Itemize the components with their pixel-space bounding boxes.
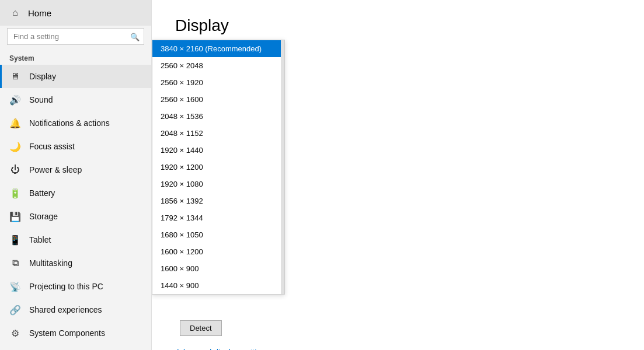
components-icon: ⚙ xyxy=(9,327,21,339)
nav-item-label: Projecting to this PC xyxy=(29,282,103,291)
dropdown-scrollbar[interactable] xyxy=(281,40,284,294)
dropdown-option-2560x1600[interactable]: 2560 × 1600 xyxy=(152,91,284,108)
dropdown-option-1680x1050[interactable]: 1680 × 1050 xyxy=(152,226,284,243)
nav-item-label: Notifications & actions xyxy=(29,118,110,128)
nav-item-display[interactable]: 🖥 Display xyxy=(0,65,151,88)
detect-button[interactable]: Detect xyxy=(180,320,222,336)
nav-item-label: Focus assist xyxy=(29,142,75,151)
dropdown-option-1600x900[interactable]: 1600 × 900 xyxy=(152,260,284,277)
search-icon: 🔍 xyxy=(130,32,140,41)
focus-icon: 🌙 xyxy=(9,141,21,152)
nav-item-tablet[interactable]: 📱 Tablet xyxy=(0,228,151,251)
link-advanced[interactable]: Advanced display settings xyxy=(175,348,621,350)
page-title: Display xyxy=(175,16,621,35)
nav-item-label: Tablet xyxy=(29,235,51,244)
nav-item-components[interactable]: ⚙ System Components xyxy=(0,321,151,345)
multitasking-icon: ⧉ xyxy=(9,257,21,269)
shared-icon: 🔗 xyxy=(9,304,21,316)
nav-item-battery[interactable]: 🔋 Battery xyxy=(0,181,151,205)
display-icon: 🖥 xyxy=(9,71,21,82)
nav-item-shared[interactable]: 🔗 Shared experiences xyxy=(0,298,151,321)
resolution-dropdown: 3840 × 2160 (Recommended)2560 × 20482560… xyxy=(152,40,285,295)
dropdown-option-1920x1200[interactable]: 1920 × 1200 xyxy=(152,159,284,176)
system-label: System xyxy=(0,50,151,65)
nav-item-label: Multitasking xyxy=(29,258,72,268)
nav-item-label: Display xyxy=(29,72,56,81)
nav-item-notifications[interactable]: 🔔 Notifications & actions xyxy=(0,111,151,135)
dropdown-option-3840x2160[interactable]: 3840 × 2160 (Recommended) xyxy=(152,40,284,57)
tablet-icon: 📱 xyxy=(9,234,21,246)
dropdown-option-2560x2048[interactable]: 2560 × 2048 xyxy=(152,57,284,74)
sound-icon: 🔊 xyxy=(9,94,21,106)
home-button[interactable]: ⌂ Home xyxy=(0,0,151,26)
dropdown-option-1600x1200[interactable]: 1600 × 1200 xyxy=(152,243,284,260)
nav-item-label: Shared experiences xyxy=(29,305,102,314)
nav-item-power-sleep[interactable]: ⏻ Power & sleep xyxy=(0,158,151,181)
nav-item-sound[interactable]: 🔊 Sound xyxy=(0,88,151,111)
notifications-icon: 🔔 xyxy=(9,117,21,129)
home-label: Home xyxy=(28,8,51,18)
links-section: Advanced display settingsGraphics settin… xyxy=(175,348,621,350)
power-icon: ⏻ xyxy=(9,164,21,176)
search-input[interactable] xyxy=(7,28,144,45)
nav-item-label: System Components xyxy=(29,328,105,338)
nav-item-projecting[interactable]: 📡 Projecting to this PC xyxy=(0,275,151,298)
nav-item-multitasking[interactable]: ⧉ Multitasking xyxy=(0,251,151,275)
dropdown-option-1920x1080[interactable]: 1920 × 1080 xyxy=(152,176,284,192)
dropdown-option-2048x1152[interactable]: 2048 × 1152 xyxy=(152,125,284,142)
dropdown-option-1856x1392[interactable]: 1856 × 1392 xyxy=(152,192,284,209)
nav-item-label: Battery xyxy=(29,188,55,198)
search-container: 🔍 xyxy=(7,28,144,45)
main-content: Display support HDR. Windows HD Color se… xyxy=(152,0,644,350)
dropdown-option-1440x900[interactable]: 1440 × 900 xyxy=(152,277,284,294)
dropdown-option-2048x1536[interactable]: 2048 × 1536 xyxy=(152,108,284,125)
dropdown-option-1792x1344[interactable]: 1792 × 1344 xyxy=(152,209,284,226)
nav-item-label: Storage xyxy=(29,212,58,221)
storage-icon: 💾 xyxy=(9,211,21,222)
detect-area: Detect xyxy=(175,316,621,336)
nav-list: 🖥 Display 🔊 Sound 🔔 Notifications & acti… xyxy=(0,65,151,345)
nav-item-label: Sound xyxy=(29,95,53,104)
sidebar: ⌂ Home 🔍 System 🖥 Display 🔊 Sound 🔔 Noti… xyxy=(0,0,152,350)
projecting-icon: 📡 xyxy=(9,281,21,292)
nav-item-storage[interactable]: 💾 Storage xyxy=(0,205,151,228)
home-icon: ⌂ xyxy=(9,7,21,19)
dropdown-option-2560x1920[interactable]: 2560 × 1920 xyxy=(152,74,284,91)
dropdown-list: 3840 × 2160 (Recommended)2560 × 20482560… xyxy=(152,40,284,294)
battery-icon: 🔋 xyxy=(9,187,21,199)
dropdown-option-1920x1440[interactable]: 1920 × 1440 xyxy=(152,142,284,159)
nav-item-label: Power & sleep xyxy=(29,165,82,174)
nav-item-focus-assist[interactable]: 🌙 Focus assist xyxy=(0,135,151,158)
